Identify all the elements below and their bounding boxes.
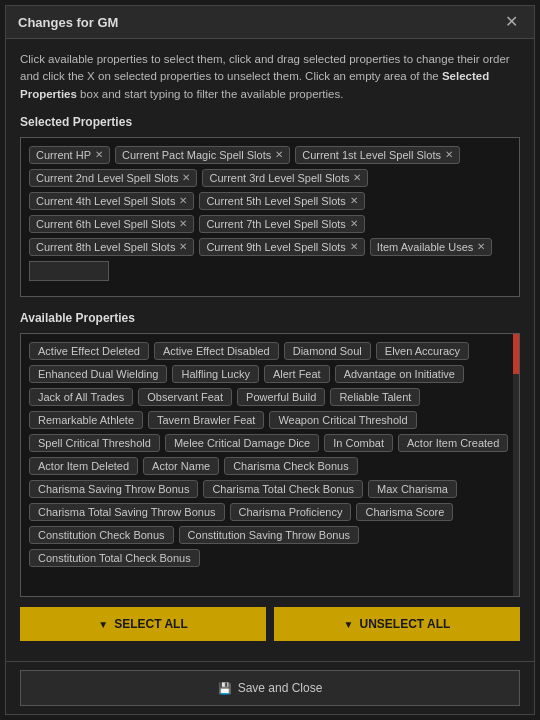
available-tag[interactable]: Advantage on Initiative	[335, 365, 464, 383]
modal-header: Changes for GM ✕	[6, 6, 534, 39]
tag-remove[interactable]: ✕	[179, 218, 187, 229]
unselect-all-icon: ▼	[344, 619, 354, 630]
selected-tag: Current 1st Level Spell Slots✕	[295, 146, 460, 164]
available-tag[interactable]: Constitution Check Bonus	[29, 526, 174, 544]
available-tag[interactable]: Max Charisma	[368, 480, 457, 498]
save-close-button[interactable]: 💾 Save and Close	[20, 670, 520, 706]
available-tag[interactable]: Actor Name	[143, 457, 219, 475]
tag-remove[interactable]: ✕	[353, 172, 361, 183]
available-tag[interactable]: Reliable Talent	[330, 388, 420, 406]
tag-label: Item Available Uses	[377, 241, 473, 253]
modal-footer: 💾 Save and Close	[6, 661, 534, 714]
tag-label: Current 8th Level Spell Slots	[36, 241, 175, 253]
available-tag[interactable]: Charisma Score	[356, 503, 453, 521]
modal-title: Changes for GM	[18, 15, 118, 30]
available-tag[interactable]: Charisma Proficiency	[230, 503, 352, 521]
selected-tag: Current 7th Level Spell Slots✕	[199, 215, 364, 233]
selected-tag: Current 8th Level Spell Slots✕	[29, 238, 194, 256]
save-icon: 💾	[218, 682, 232, 695]
tag-label: Current 4th Level Spell Slots	[36, 195, 175, 207]
unselect-all-label: UNSELECT ALL	[360, 617, 451, 631]
available-tag[interactable]: Tavern Brawler Feat	[148, 411, 264, 429]
selected-tag: Current 6th Level Spell Slots✕	[29, 215, 194, 233]
available-properties-box: Active Effect DeletedActive Effect Disab…	[20, 333, 520, 597]
available-tag[interactable]: Active Effect Disabled	[154, 342, 279, 360]
modal-body: Click available properties to select the…	[6, 39, 534, 661]
tag-label: Current 5th Level Spell Slots	[206, 195, 345, 207]
tag-label: Current 9th Level Spell Slots	[206, 241, 345, 253]
available-tag[interactable]: Jack of All Trades	[29, 388, 133, 406]
available-tag[interactable]: Melee Critical Damage Dice	[165, 434, 319, 452]
available-tag[interactable]: Remarkable Athlete	[29, 411, 143, 429]
tag-label: Current HP	[36, 149, 91, 161]
save-close-label: Save and Close	[238, 681, 323, 695]
selected-tag: Current HP✕	[29, 146, 110, 164]
selected-properties-label: Selected Properties	[20, 115, 520, 129]
available-tag[interactable]: Charisma Total Saving Throw Bonus	[29, 503, 225, 521]
scrollbar[interactable]	[513, 334, 519, 596]
available-tag[interactable]: Weapon Critical Threshold	[269, 411, 416, 429]
selected-tag: Current 4th Level Spell Slots✕	[29, 192, 194, 210]
available-tag[interactable]: Alert Feat	[264, 365, 330, 383]
selected-tag: Current 2nd Level Spell Slots✕	[29, 169, 197, 187]
close-button[interactable]: ✕	[501, 14, 522, 30]
available-tag[interactable]: Actor Item Deleted	[29, 457, 138, 475]
available-tag[interactable]: Charisma Total Check Bonus	[203, 480, 363, 498]
tag-remove[interactable]: ✕	[350, 241, 358, 252]
tag-remove[interactable]: ✕	[350, 218, 358, 229]
unselect-all-button[interactable]: ▼ UNSELECT ALL	[274, 607, 520, 641]
tag-remove[interactable]: ✕	[350, 195, 358, 206]
tag-remove[interactable]: ✕	[179, 195, 187, 206]
available-properties-label: Available Properties	[20, 311, 520, 325]
tag-label: Current 3rd Level Spell Slots	[209, 172, 349, 184]
filter-input[interactable]	[29, 261, 109, 281]
tag-label: Current 1st Level Spell Slots	[302, 149, 441, 161]
select-all-label: SELECT ALL	[114, 617, 188, 631]
selected-tag: Current 5th Level Spell Slots✕	[199, 192, 364, 210]
available-tag[interactable]: Enhanced Dual Wielding	[29, 365, 167, 383]
available-tag[interactable]: Powerful Build	[237, 388, 325, 406]
tag-label: Current 6th Level Spell Slots	[36, 218, 175, 230]
scrollbar-thumb	[513, 334, 519, 374]
tag-label: Current 2nd Level Spell Slots	[36, 172, 178, 184]
selected-properties-box[interactable]: Current HP✕Current Pact Magic Spell Slot…	[20, 137, 520, 297]
action-buttons: ▼ SELECT ALL ▼ UNSELECT ALL	[20, 607, 520, 641]
available-tag[interactable]: Actor Item Created	[398, 434, 508, 452]
selected-tag: Current 3rd Level Spell Slots✕	[202, 169, 368, 187]
tag-remove[interactable]: ✕	[445, 149, 453, 160]
instructions-text: Click available properties to select the…	[20, 51, 520, 103]
available-tag[interactable]: Active Effect Deleted	[29, 342, 149, 360]
available-tag[interactable]: Observant Feat	[138, 388, 232, 406]
available-tag[interactable]: In Combat	[324, 434, 393, 452]
available-tag[interactable]: Diamond Soul	[284, 342, 371, 360]
tag-remove[interactable]: ✕	[182, 172, 190, 183]
tag-label: Current Pact Magic Spell Slots	[122, 149, 271, 161]
available-tag[interactable]: Constitution Saving Throw Bonus	[179, 526, 359, 544]
tag-remove[interactable]: ✕	[477, 241, 485, 252]
available-tag[interactable]: Halfling Lucky	[172, 365, 258, 383]
available-tag[interactable]: Charisma Saving Throw Bonus	[29, 480, 198, 498]
tag-label: Current 7th Level Spell Slots	[206, 218, 345, 230]
available-tag[interactable]: Elven Accuracy	[376, 342, 469, 360]
tag-remove[interactable]: ✕	[179, 241, 187, 252]
selected-tag: Current Pact Magic Spell Slots✕	[115, 146, 290, 164]
tag-remove[interactable]: ✕	[275, 149, 283, 160]
modal-container: Changes for GM ✕ Click available propert…	[5, 5, 535, 715]
selected-tag: Current 9th Level Spell Slots✕	[199, 238, 364, 256]
select-all-button[interactable]: ▼ SELECT ALL	[20, 607, 266, 641]
tag-remove[interactable]: ✕	[95, 149, 103, 160]
selected-tag: Item Available Uses✕	[370, 238, 492, 256]
available-tag[interactable]: Spell Critical Threshold	[29, 434, 160, 452]
available-tag[interactable]: Constitution Total Check Bonus	[29, 549, 200, 567]
select-all-icon: ▼	[98, 619, 108, 630]
instructions-bold: Selected Properties	[20, 70, 489, 99]
available-tag[interactable]: Charisma Check Bonus	[224, 457, 358, 475]
